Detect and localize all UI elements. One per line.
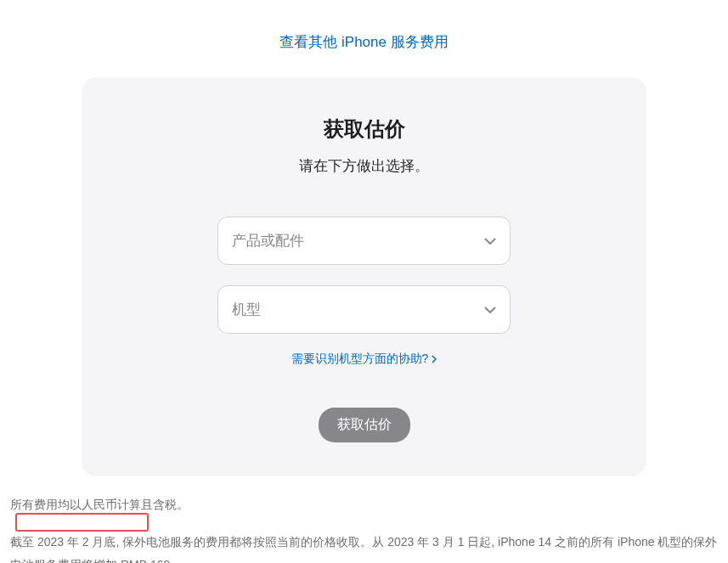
product-select[interactable]: 产品或配件 [217,217,511,265]
footer-price-notice: 截至 2023 年 2 月底, 保外电池服务的费用都将按照当前的价格收取。从 2… [10,531,718,563]
estimate-card: 获取估价 请在下方做出选择。 产品或配件 机型 需要识别机型方面的协助? [82,77,646,476]
footer-text: 所有费用均以人民币计算且含税。 截至 2023 年 2 月底, 保外电池服务的费… [8,495,720,563]
model-select-placeholder: 机型 [232,300,261,319]
card-title: 获取估价 [116,115,612,143]
model-select[interactable]: 机型 [217,285,511,334]
product-select-placeholder: 产品或配件 [232,231,304,251]
product-select-wrapper: 产品或配件 [217,217,511,265]
top-link-container: 查看其他 iPhone 服务费用 [8,32,720,52]
model-select-wrapper: 机型 [217,285,511,334]
chevron-down-icon [484,307,496,313]
help-link-container: 需要识别机型方面的协助? [116,351,612,367]
identify-model-help-link[interactable]: 需要识别机型方面的协助? [291,352,437,367]
get-estimate-button[interactable]: 获取估价 [319,408,410,442]
footer-tax-note: 所有费用均以人民币计算且含税。 [10,495,718,514]
chevron-right-icon [432,355,437,363]
view-other-fees-link[interactable]: 查看其他 iPhone 服务费用 [279,34,448,50]
help-link-label: 需要识别机型方面的协助? [291,352,429,367]
chevron-down-icon [484,238,496,245]
card-subtitle: 请在下方做出选择。 [116,156,612,176]
